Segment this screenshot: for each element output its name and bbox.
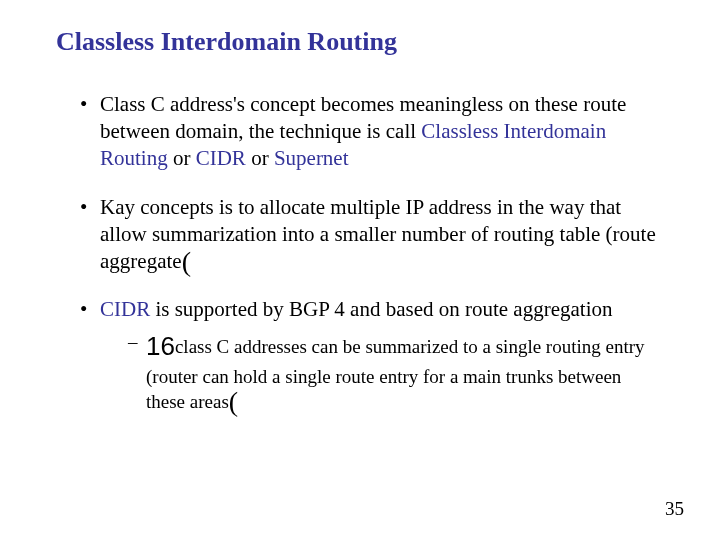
bullet-item-1: Class C address's concept becomes meanin… — [80, 91, 658, 172]
text: class C addresses can be summarized to a… — [146, 336, 645, 411]
text: or — [168, 146, 196, 170]
text: is supported by BGP 4 and based on route… — [150, 297, 612, 321]
paren-glyph: ( — [182, 246, 191, 277]
page-number: 35 — [665, 498, 684, 520]
sub-bullet-item-1: 16class C addresses can be summarized to… — [128, 329, 658, 413]
sub-bullet-list: 16class C addresses can be summarized to… — [100, 329, 658, 413]
bullet-item-2: Kay concepts is to allocate multiple IP … — [80, 194, 658, 275]
bullet-list: Class C address's concept becomes meanin… — [56, 91, 672, 414]
highlight-supernet: Supernet — [274, 146, 349, 170]
paren-glyph: ( — [229, 386, 238, 417]
text: or — [246, 146, 274, 170]
slide-title: Classless Interdomain Routing — [56, 26, 672, 57]
highlight-cidr: CIDR — [196, 146, 246, 170]
big-number-16: 16 — [146, 331, 175, 361]
highlight-cidr: CIDR — [100, 297, 150, 321]
slide: Classless Interdomain Routing Class C ad… — [0, 0, 720, 540]
bullet-item-3: CIDR is supported by BGP 4 and based on … — [80, 296, 658, 413]
